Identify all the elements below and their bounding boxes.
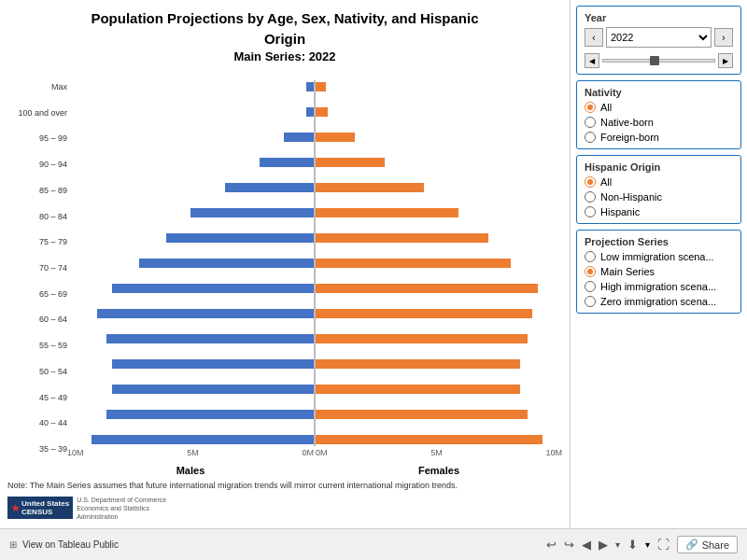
census-logo: ★ United StatesCENSUS xyxy=(7,497,73,519)
gender-labels: Males Females xyxy=(67,465,562,476)
right-panel: Year ‹ 2022 2023 2024 2025 › ◀ ▶ xyxy=(570,0,747,528)
projection-zero-option[interactable]: Zero immigration scena... xyxy=(585,296,733,307)
male-bar-70 xyxy=(67,257,314,270)
fullscreen-button[interactable]: ⛶ xyxy=(657,538,669,552)
age-label-85: 85 – 89 xyxy=(7,184,67,197)
x-label-10m-male: 10M xyxy=(67,448,84,463)
undo-button[interactable]: ↩ xyxy=(546,538,557,552)
x-axis: 10M 5M 0M 0M 5M 10M xyxy=(67,446,562,465)
projection-zero-label: Zero immigration scena... xyxy=(600,296,716,307)
projection-low-radio[interactable] xyxy=(585,251,596,262)
nav-separator: ▾ xyxy=(615,539,620,550)
projection-radio-group: Low immigration scena... Main Series Hig… xyxy=(585,251,733,307)
projection-high-radio[interactable] xyxy=(585,281,596,292)
nativity-foreign-radio[interactable] xyxy=(585,132,596,143)
hispanic-label: Hispanic Origin xyxy=(585,161,733,173)
male-bar-55 xyxy=(67,332,314,345)
female-bar-40 xyxy=(316,408,562,421)
projection-section: Projection Series Low immigration scena.… xyxy=(576,230,741,314)
year-next-button[interactable]: › xyxy=(714,28,733,47)
year-select[interactable]: 2022 2023 2024 2025 xyxy=(606,27,712,48)
male-bar-90 xyxy=(67,156,314,169)
slider-track[interactable] xyxy=(602,59,715,63)
hispanic-hispanic-label: Hispanic xyxy=(600,206,640,217)
female-bar-45 xyxy=(316,383,562,396)
logo-icon: ★ xyxy=(11,503,20,513)
female-bar-65 xyxy=(316,282,562,295)
slider-next-button[interactable]: ▶ xyxy=(718,53,733,68)
year-label: Year xyxy=(585,12,733,23)
male-bar-40 xyxy=(67,408,314,421)
age-label-35: 35 – 39 xyxy=(7,442,67,455)
female-label: Females xyxy=(316,465,562,476)
tableau-link[interactable]: View on Tableau Public xyxy=(22,539,119,550)
projection-main-radio[interactable] xyxy=(585,266,596,277)
logo-area: ★ United StatesCENSUS U.S. Department of… xyxy=(7,496,562,521)
male-bar-85 xyxy=(67,181,314,194)
toolbar-left: ⊞ View on Tableau Public xyxy=(9,539,119,550)
slider-prev-button[interactable]: ◀ xyxy=(585,53,599,68)
share-button[interactable]: 🔗 Share xyxy=(677,536,738,553)
nativity-native-option[interactable]: Native-born xyxy=(585,117,733,128)
hispanic-radio-group: All Non-Hispanic Hispanic xyxy=(585,176,733,217)
back-button[interactable]: ◀ xyxy=(582,538,591,552)
x-labels-male: 10M 5M 0M xyxy=(67,446,314,465)
age-label-95: 95 – 99 xyxy=(7,132,67,145)
year-prev-button[interactable]: ‹ xyxy=(585,28,603,47)
nativity-foreign-option[interactable]: Foreign-born xyxy=(585,132,733,143)
female-bar-95 xyxy=(316,131,562,144)
projection-high-option[interactable]: High immigration scena... xyxy=(585,281,733,292)
projection-low-option[interactable]: Low immigration scena... xyxy=(585,251,733,262)
hispanic-all-option[interactable]: All xyxy=(585,176,733,188)
chart-note: Note: The Main Series assumes that futur… xyxy=(7,480,562,492)
female-bar-80 xyxy=(316,206,562,219)
share-label: Share xyxy=(702,539,729,551)
download-button[interactable]: ⬇ xyxy=(627,538,638,552)
forward-button[interactable]: ▶ xyxy=(599,538,608,552)
hispanic-all-label: All xyxy=(600,176,612,188)
female-bar-70 xyxy=(316,257,562,270)
age-label-80: 80 – 84 xyxy=(7,210,67,223)
female-bar-75 xyxy=(316,231,562,245)
hispanic-non-radio[interactable] xyxy=(585,191,596,203)
male-label: Males xyxy=(67,465,314,476)
nativity-all-label: All xyxy=(600,102,612,113)
nativity-radio-group: All Native-born Foreign-born xyxy=(585,102,733,143)
projection-zero-radio[interactable] xyxy=(585,296,596,307)
hispanic-hispanic-radio[interactable] xyxy=(585,206,596,217)
toolbar-right: ↩ ↪ ◀ ▶ ▾ ⬇ ▾ ⛶ 🔗 Share xyxy=(546,536,738,553)
hispanic-hispanic-option[interactable]: Hispanic xyxy=(585,206,733,217)
projection-high-label: High immigration scena... xyxy=(600,281,716,292)
projection-main-option[interactable]: Main Series xyxy=(585,266,733,277)
male-bar-80 xyxy=(67,206,314,219)
male-bar-60 xyxy=(67,307,314,320)
hispanic-non-option[interactable]: Non-Hispanic xyxy=(585,191,733,203)
female-bar-50 xyxy=(316,357,562,371)
female-bar-100 xyxy=(316,105,562,119)
male-bars xyxy=(67,80,314,446)
female-bar-55 xyxy=(316,332,562,345)
year-section: Year ‹ 2022 2023 2024 2025 › ◀ ▶ xyxy=(576,6,741,75)
hispanic-all-radio[interactable] xyxy=(585,176,596,188)
hispanic-non-label: Non-Hispanic xyxy=(600,191,662,203)
redo-button[interactable]: ↪ xyxy=(564,538,574,552)
age-label-50: 50 – 54 xyxy=(7,365,67,378)
age-label-max: Max xyxy=(7,80,67,93)
age-label-40: 40 – 44 xyxy=(7,416,67,429)
female-bar-35 xyxy=(316,433,562,446)
nativity-native-radio[interactable] xyxy=(585,117,596,128)
age-label-45: 45 – 49 xyxy=(7,391,67,404)
year-slider-row: ◀ ▶ xyxy=(585,53,733,68)
grid-icon: ⊞ xyxy=(9,539,17,550)
x-labels-female: 0M 5M 10M xyxy=(316,446,562,465)
nativity-all-radio[interactable] xyxy=(585,102,596,113)
female-bar-60 xyxy=(316,307,562,320)
projection-main-label: Main Series xyxy=(600,266,655,277)
census-dept: U.S. Department of CommerceEconomics and… xyxy=(77,496,166,521)
male-bar-35 xyxy=(67,433,314,446)
nativity-all-option[interactable]: All xyxy=(585,102,733,113)
female-bars xyxy=(316,80,562,446)
download-separator: ▾ xyxy=(645,539,650,550)
chart-subtitle: Main Series: 2022 xyxy=(7,49,562,63)
chart-area: Population Projections by Age, Sex, Nati… xyxy=(0,0,570,528)
